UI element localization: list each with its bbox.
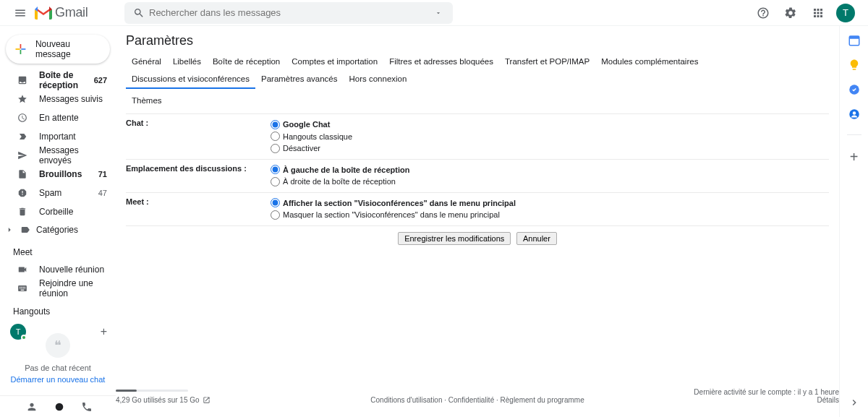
header: Gmail T xyxy=(0,0,868,26)
nav-count: 47 xyxy=(98,189,107,197)
radio-input[interactable] xyxy=(271,210,280,220)
nav-label: Corbeille xyxy=(39,207,107,217)
nav-label: Brouillons xyxy=(39,169,98,179)
gmail-logo-icon xyxy=(35,7,52,20)
account-button[interactable]: T xyxy=(833,1,858,25)
program-link[interactable]: Règlement du programme xyxy=(501,396,584,404)
settings-button[interactable] xyxy=(778,1,803,25)
nav-item-send[interactable]: Messages envoyés xyxy=(0,146,116,165)
radio-input[interactable] xyxy=(271,120,280,129)
send-icon xyxy=(16,150,29,160)
settings-table: Chat :Google ChatHangouts classiqueDésac… xyxy=(126,113,829,226)
tab[interactable]: Comptes et importation xyxy=(286,53,383,70)
addons-button[interactable]: + xyxy=(847,150,861,164)
nav-item-draft[interactable]: Brouillons71 xyxy=(0,165,116,184)
radio-label: Masquer la section "Visioconférences" da… xyxy=(283,209,500,221)
radio-input[interactable] xyxy=(271,132,280,141)
support-button[interactable] xyxy=(751,1,775,25)
settings-tabs-row2: Thèmes xyxy=(126,92,829,109)
hangouts-section-title: Hangouts xyxy=(0,298,116,319)
footer-activity: Dernière activité sur le compte : il y a… xyxy=(694,388,839,404)
radio-input[interactable] xyxy=(271,198,280,207)
contacts-icon[interactable] xyxy=(26,401,38,413)
important-icon xyxy=(16,132,29,142)
search-box[interactable] xyxy=(124,2,453,24)
tab[interactable]: Modules complémentaires xyxy=(595,53,704,70)
storage-text: 4,29 Go utilisés sur 15 Go xyxy=(116,396,200,404)
settings-row: Chat :Google ChatHangouts classiqueDésac… xyxy=(126,114,829,160)
nav-count: 71 xyxy=(98,170,107,179)
join-meeting-button[interactable]: Rejoindre une réunion xyxy=(0,279,116,298)
radio-input[interactable] xyxy=(271,144,280,153)
radio-option[interactable]: À droite de la boîte de réception xyxy=(271,176,829,188)
gmail-logo[interactable]: Gmail xyxy=(35,5,114,20)
settings-row-options: Afficher la section "Visioconférences" d… xyxy=(271,197,829,221)
tab[interactable]: Filtres et adresses bloquées xyxy=(383,53,499,70)
plus-icon xyxy=(13,40,28,58)
radio-option[interactable]: Hangouts classique xyxy=(271,131,829,143)
details-link[interactable]: Détails xyxy=(694,396,839,404)
nav-item-spam[interactable]: Spam47 xyxy=(0,184,116,202)
menu-icon xyxy=(14,7,27,20)
spam-icon xyxy=(16,188,29,198)
main-footer: 4,29 Go utilisés sur 15 Go Conditions d'… xyxy=(116,388,839,404)
radio-label: À droite de la boîte de réception xyxy=(283,176,396,188)
search-input[interactable] xyxy=(149,7,428,18)
privacy-link[interactable]: Confidentialité xyxy=(448,396,494,404)
categories-toggle[interactable]: Catégories xyxy=(0,221,116,238)
sidebar-footer xyxy=(0,395,116,417)
no-chat-area: ❝ Pas de chat récent Démarrer un nouveau… xyxy=(0,333,116,384)
tab[interactable]: Général xyxy=(126,53,167,70)
external-link-icon[interactable] xyxy=(203,396,210,404)
phone-icon[interactable] xyxy=(81,401,93,413)
gmail-logo-text: Gmail xyxy=(55,5,88,20)
main-menu-button[interactable] xyxy=(6,0,35,26)
hangouts-icon[interactable] xyxy=(54,401,65,413)
settings-title: Paramètres xyxy=(126,33,829,48)
radio-input[interactable] xyxy=(271,177,280,186)
tab[interactable]: Hors connexion xyxy=(343,70,412,89)
join-meeting-label: Rejoindre une réunion xyxy=(39,278,107,298)
radio-input[interactable] xyxy=(271,165,280,174)
nav-item-clock[interactable]: En attente xyxy=(0,108,116,127)
radio-label: Désactiver xyxy=(283,142,320,155)
contacts-panel-icon[interactable] xyxy=(847,107,861,121)
tab[interactable]: Paramètres avancés xyxy=(255,70,343,89)
header-icons: T xyxy=(751,1,858,25)
cancel-button[interactable]: Annuler xyxy=(516,232,557,245)
radio-option[interactable]: Désactiver xyxy=(271,142,829,155)
radio-option[interactable]: À gauche de la boîte de réception xyxy=(271,164,829,176)
sidebar: Nouveau message Boîte de réception627Mes… xyxy=(0,26,116,417)
keep-icon[interactable] xyxy=(847,58,861,72)
apps-button[interactable] xyxy=(806,1,830,25)
nav-item-important[interactable]: Important xyxy=(0,127,116,146)
tab[interactable]: Transfert et POP/IMAP xyxy=(499,53,595,70)
radio-option[interactable]: Masquer la section "Visioconférences" da… xyxy=(271,209,829,221)
compose-button[interactable]: Nouveau message xyxy=(6,35,110,64)
nav-item-star[interactable]: Messages suivis xyxy=(0,90,116,108)
collapse-panel-button[interactable] xyxy=(848,397,860,408)
tab[interactable]: Boîte de réception xyxy=(207,53,286,70)
star-icon xyxy=(16,94,29,104)
nav-item-inbox[interactable]: Boîte de réception627 xyxy=(0,71,116,90)
nav-label: En attente xyxy=(39,113,107,123)
inbox-icon xyxy=(16,75,29,85)
calendar-icon[interactable] xyxy=(847,33,861,48)
draft-icon xyxy=(16,169,29,179)
nav-item-trash[interactable]: Corbeille xyxy=(0,202,116,221)
tab[interactable]: Discussions et visioconférences xyxy=(126,70,255,89)
clock-icon xyxy=(16,113,29,123)
tab[interactable]: Thèmes xyxy=(126,92,168,109)
terms-link[interactable]: Conditions d'utilisation xyxy=(370,396,442,404)
save-button[interactable]: Enregistrer les modifications xyxy=(398,232,511,245)
start-chat-link[interactable]: Démarrer un nouveau chat xyxy=(0,375,116,384)
search-icon[interactable] xyxy=(129,7,149,19)
radio-label: Hangouts classique xyxy=(283,131,352,143)
tab[interactable]: Libellés xyxy=(167,53,207,70)
radio-option[interactable]: Afficher la section "Visioconférences" d… xyxy=(271,197,829,210)
search-options-dropdown[interactable] xyxy=(428,9,448,17)
nav-label: Messages envoyés xyxy=(39,145,107,165)
radio-option[interactable]: Google Chat xyxy=(271,119,829,131)
new-meeting-button[interactable]: Nouvelle réunion xyxy=(0,260,116,279)
tasks-icon[interactable] xyxy=(847,82,861,97)
